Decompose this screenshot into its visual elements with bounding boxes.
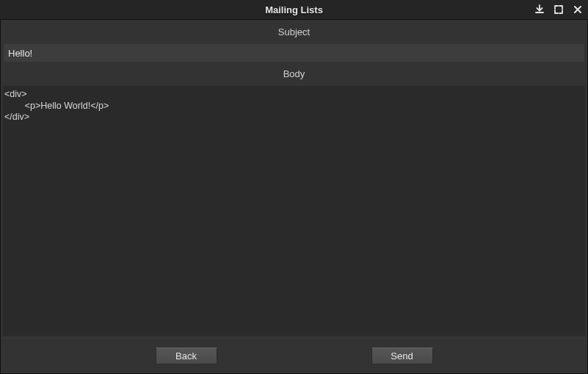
button-row: Back Send [1,338,587,373]
titlebar: Mailing Lists [0,0,588,20]
back-button[interactable]: Back [156,348,217,364]
subject-input[interactable] [4,44,584,62]
subject-label: Subject [1,20,587,44]
body-textarea[interactable] [3,86,585,336]
close-icon[interactable] [572,4,584,15]
window-title: Mailing Lists [265,4,323,15]
download-icon[interactable] [534,4,545,15]
titlebar-actions [534,0,584,19]
send-button[interactable]: Send [371,348,433,364]
content-area: Subject Body Back Send [0,20,588,374]
body-label: Body [1,62,587,86]
maximize-icon[interactable] [553,4,565,15]
